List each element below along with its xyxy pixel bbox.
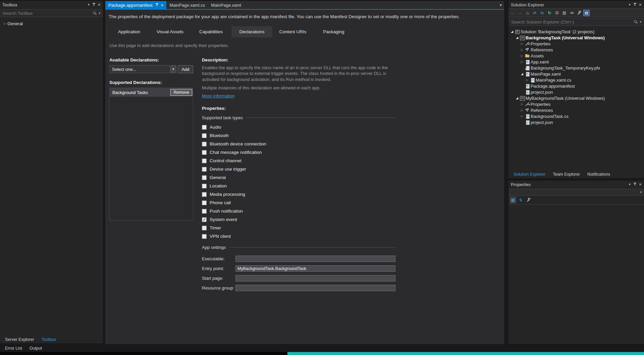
task-checkbox[interactable] <box>202 150 207 155</box>
tree-expander-icon[interactable] <box>520 48 525 51</box>
task-checkbox[interactable] <box>202 167 207 172</box>
task-checkbox[interactable] <box>202 234 207 239</box>
panel-tab[interactable]: Team Explorer <box>550 171 583 177</box>
home-icon[interactable] <box>524 10 531 16</box>
task-checkbox[interactable] <box>202 226 207 230</box>
categorized-icon[interactable] <box>510 197 516 203</box>
document-tab[interactable]: MainPage.xaml.cs × <box>166 1 208 9</box>
close-icon[interactable]: × <box>98 2 101 7</box>
tree-item[interactable]: project.json <box>508 89 644 95</box>
pin-icon[interactable] <box>633 182 637 186</box>
window-position-icon[interactable]: ▾ <box>629 3 631 6</box>
task-checkbox[interactable] <box>202 142 207 146</box>
tree-expander-icon[interactable] <box>520 72 525 76</box>
supported-declarations-list[interactable]: Background Tasks Remove <box>109 88 193 221</box>
alphabetical-icon[interactable] <box>518 197 524 203</box>
task-type-row[interactable]: System event <box>202 215 395 224</box>
task-checkbox[interactable] <box>202 159 207 163</box>
chevron-down-icon[interactable]: ▾ <box>640 191 642 194</box>
document-tab[interactable]: MainPage.xaml × <box>208 1 244 9</box>
task-type-row[interactable]: Chat message notification <box>202 148 395 157</box>
task-checkbox[interactable] <box>202 192 207 197</box>
collapse-all-icon[interactable] <box>554 10 560 16</box>
manifest-tab[interactable]: Application <box>109 26 150 37</box>
add-button[interactable]: Add <box>178 65 193 73</box>
tree-item[interactable]: References <box>508 47 644 53</box>
manifest-tab[interactable]: Declarations <box>231 26 272 37</box>
task-checkbox[interactable] <box>202 175 207 180</box>
tree-expander-icon[interactable] <box>520 115 525 118</box>
property-pages-icon[interactable] <box>525 197 532 203</box>
chevron-down-icon[interactable]: ▼ <box>170 65 176 73</box>
task-type-row[interactable]: Audio <box>202 123 395 131</box>
tree-item[interactable]: MainPage.xaml.cs <box>508 77 644 83</box>
tree-item[interactable]: project.json <box>508 119 644 125</box>
tree-expander-icon[interactable] <box>515 36 520 39</box>
more-information-link[interactable]: More information <box>202 93 235 98</box>
tree-item[interactable]: Assets <box>508 53 644 59</box>
field-input[interactable] <box>235 265 395 272</box>
task-type-row[interactable]: Push notification <box>202 207 395 215</box>
manifest-tab[interactable]: Capabilities <box>191 26 231 37</box>
sync-active-document-icon[interactable] <box>539 10 545 16</box>
tree-expander-icon[interactable] <box>525 78 530 82</box>
tree-item[interactable]: Properties <box>508 41 644 47</box>
chevron-down-icon[interactable]: ▾ <box>640 20 641 24</box>
panel-tab[interactable]: Solution Explorer <box>511 171 548 177</box>
tree-item[interactable]: References <box>508 107 644 113</box>
tree-item[interactable]: MyBackgroundTask (Universal Windows) <box>508 95 644 101</box>
manifest-tab[interactable]: Visual Assets <box>150 26 191 37</box>
tree-item[interactable]: Package.appxmanifest <box>508 83 644 89</box>
chevron-down-icon[interactable]: ▾ <box>99 12 100 15</box>
window-position-icon[interactable]: ▾ <box>629 183 631 186</box>
task-checkbox[interactable] <box>202 125 207 130</box>
tree-item[interactable]: BackgroungTask_TemporaryKey.pfx <box>508 65 644 71</box>
field-input[interactable] <box>235 256 395 262</box>
pin-icon[interactable] <box>155 3 159 7</box>
close-icon[interactable]: × <box>639 2 642 7</box>
remove-button[interactable]: Remove <box>170 89 192 96</box>
task-type-row[interactable]: Media processing <box>202 190 395 198</box>
forward-icon[interactable] <box>517 10 523 16</box>
search-icon[interactable] <box>93 11 97 15</box>
show-all-files-icon[interactable] <box>561 10 568 16</box>
tree-item[interactable]: App.xaml <box>508 59 644 65</box>
code-view-icon[interactable] <box>569 10 575 16</box>
task-type-row[interactable]: Bluetooth <box>202 131 395 140</box>
panel-tab[interactable]: Output <box>26 345 45 351</box>
task-type-row[interactable]: Device use trigger <box>202 165 395 173</box>
task-type-row[interactable]: Timer <box>202 224 395 232</box>
tree-item[interactable]: MainPage.xaml <box>508 71 644 77</box>
field-input[interactable] <box>235 275 395 281</box>
tree-expander-icon[interactable] <box>520 42 525 45</box>
available-declarations-select[interactable]: Select one... ▼ <box>109 65 176 73</box>
toolbox-group[interactable]: General <box>0 20 103 27</box>
task-type-row[interactable]: Location <box>202 182 395 190</box>
toolbox-search-input[interactable] <box>3 11 91 16</box>
search-icon[interactable] <box>634 20 638 24</box>
tree-item[interactable]: Properties <box>508 101 644 107</box>
preview-selected-items-icon[interactable] <box>583 10 590 16</box>
back-icon[interactable] <box>509 10 516 16</box>
tree-expander-icon[interactable] <box>509 30 515 33</box>
tree-expander-icon[interactable] <box>520 108 525 112</box>
close-icon[interactable]: × <box>161 3 164 8</box>
tab-list-chevron-icon[interactable]: ▼ <box>499 3 502 7</box>
properties-object-combobox[interactable]: ▾ <box>509 189 643 196</box>
task-checkbox[interactable] <box>202 209 207 214</box>
panel-tab[interactable]: Server Explorer <box>2 337 37 343</box>
tree-expander-icon[interactable] <box>2 22 7 25</box>
manifest-tab[interactable]: Packaging <box>313 26 354 37</box>
document-tab[interactable]: Package.appxmanifest × <box>105 1 166 9</box>
tree-item[interactable]: Solution 'BackgroungTask' (2 projects) <box>508 29 644 35</box>
refresh-icon[interactable] <box>546 10 553 16</box>
tree-item[interactable]: BackgroungTask (Universal Windows) <box>508 35 644 41</box>
task-checkbox[interactable] <box>202 184 207 188</box>
task-checkbox[interactable] <box>202 201 207 205</box>
task-type-row[interactable]: Control channel <box>202 157 395 165</box>
manifest-tab[interactable]: Content URIs <box>272 26 313 37</box>
task-type-row[interactable]: General <box>202 173 395 182</box>
tree-expander-icon[interactable] <box>520 54 525 57</box>
tree-expander-icon[interactable] <box>520 102 525 106</box>
task-checkbox[interactable] <box>202 133 207 138</box>
